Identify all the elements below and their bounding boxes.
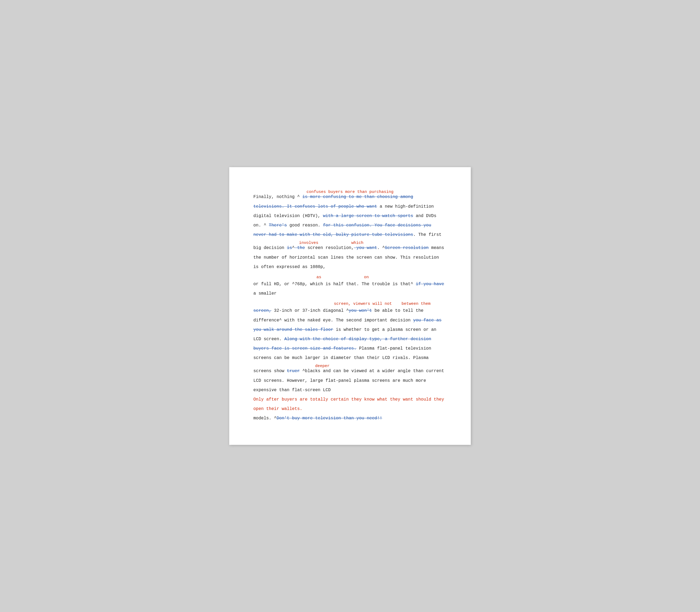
strike-3: There's bbox=[269, 223, 287, 228]
inserted-sentence: Only after buyers are totally certain th… bbox=[253, 397, 444, 411]
strike-14: truer bbox=[287, 368, 300, 374]
para4-end: models. ^ bbox=[253, 416, 276, 421]
caret-1: ^ bbox=[292, 246, 295, 250]
para1-good: good reason. bbox=[287, 223, 323, 228]
paragraph-2: big decision is^ the screen resolution, … bbox=[253, 244, 447, 272]
para3-cont2: 32-inch or 37-inch diagonal ^ bbox=[271, 308, 349, 313]
paragraph-4-end: models. ^Don't buy more television than … bbox=[253, 414, 447, 423]
strike-8: Screen resolution bbox=[385, 246, 429, 250]
para3-cont: a smaller bbox=[253, 291, 276, 296]
strike-10: screen, bbox=[253, 308, 271, 313]
para2-cont2: . ^ bbox=[377, 246, 385, 250]
document-page: confuses buyers more than purchasing Fin… bbox=[229, 167, 471, 445]
paragraph-3-line2: screen, 32-inch or 37-inch diagonal ^you… bbox=[253, 306, 447, 363]
para2-cont: screen resolution, bbox=[305, 246, 354, 250]
strike-9: if you have bbox=[416, 282, 444, 287]
strike-2: with a large screen to watch sports bbox=[323, 213, 413, 218]
strike-6: the bbox=[295, 246, 305, 250]
para4-start: screens show bbox=[253, 368, 287, 374]
para1-start: Finally, nothing ^ bbox=[253, 195, 302, 199]
inserted-sentence-line: Only after buyers are totally certain th… bbox=[253, 395, 447, 414]
strike-5: is bbox=[287, 246, 292, 250]
para1-end: . The first bbox=[413, 232, 441, 237]
essay-content: confuses buyers more than purchasing Fin… bbox=[253, 190, 447, 423]
paragraph-4: screens show truer ^blacks and can be vi… bbox=[253, 366, 447, 395]
strike-15: Don't buy more television than you need!… bbox=[276, 416, 382, 421]
strike-11: you won't bbox=[349, 308, 372, 313]
paragraph-3-line1: or full HD, or ^768p, which is half that… bbox=[253, 280, 447, 298]
para3-start: or full HD, or ^768p, which is half that… bbox=[253, 282, 416, 287]
paragraph-1: Finally, nothing ^ is more confusing to … bbox=[253, 192, 447, 240]
para2-start: big decision bbox=[253, 246, 287, 250]
strike-7: you want bbox=[354, 246, 377, 250]
